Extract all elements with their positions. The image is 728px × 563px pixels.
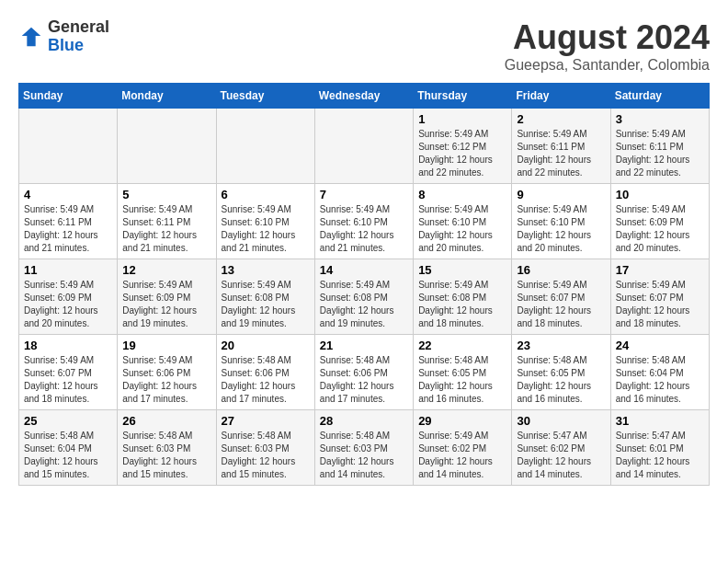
day-info: Sunrise: 5:49 AM Sunset: 6:11 PM Dayligh… [517, 128, 605, 179]
day-info: Sunrise: 5:49 AM Sunset: 6:10 PM Dayligh… [320, 203, 408, 255]
header-day-tuesday: Tuesday [216, 84, 314, 109]
day-number: 1 [418, 112, 506, 126]
day-info: Sunrise: 5:49 AM Sunset: 6:07 PM Dayligh… [517, 279, 605, 330]
month-year: August 2024 [505, 18, 710, 57]
day-number: 14 [320, 263, 408, 277]
calendar-table: SundayMondayTuesdayWednesdayThursdayFrid… [18, 83, 710, 486]
day-cell-1: 1Sunrise: 5:49 AM Sunset: 6:12 PM Daylig… [414, 109, 512, 184]
day-cell-29: 29Sunrise: 5:49 AM Sunset: 6:02 PM Dayli… [414, 410, 512, 486]
day-info: Sunrise: 5:48 AM Sunset: 6:03 PM Dayligh… [222, 430, 310, 481]
day-info: Sunrise: 5:49 AM Sunset: 6:07 PM Dayligh… [616, 279, 704, 330]
day-cell-28: 28Sunrise: 5:48 AM Sunset: 6:03 PM Dayli… [314, 410, 413, 486]
day-cell-6: 6Sunrise: 5:49 AM Sunset: 6:10 PM Daylig… [216, 184, 314, 259]
day-number: 25 [24, 414, 112, 428]
day-info: Sunrise: 5:49 AM Sunset: 6:12 PM Dayligh… [418, 128, 506, 179]
day-cell-24: 24Sunrise: 5:48 AM Sunset: 6:04 PM Dayli… [610, 335, 709, 410]
day-number: 31 [616, 414, 704, 428]
logo: General Blue [18, 18, 109, 55]
day-number: 17 [616, 263, 704, 277]
header-row: SundayMondayTuesdayWednesdayThursdayFrid… [19, 84, 710, 109]
day-cell-27: 27Sunrise: 5:48 AM Sunset: 6:03 PM Dayli… [216, 410, 314, 486]
day-cell-19: 19Sunrise: 5:49 AM Sunset: 6:06 PM Dayli… [118, 335, 216, 410]
day-cell-10: 10Sunrise: 5:49 AM Sunset: 6:09 PM Dayli… [610, 184, 709, 259]
day-cell-7: 7Sunrise: 5:49 AM Sunset: 6:10 PM Daylig… [314, 184, 413, 259]
day-number: 18 [24, 339, 112, 352]
day-cell-17: 17Sunrise: 5:49 AM Sunset: 6:07 PM Dayli… [610, 259, 709, 335]
empty-cell [118, 109, 216, 184]
day-cell-5: 5Sunrise: 5:49 AM Sunset: 6:11 PM Daylig… [118, 184, 216, 259]
day-info: Sunrise: 5:49 AM Sunset: 6:10 PM Dayligh… [418, 203, 506, 255]
day-cell-12: 12Sunrise: 5:49 AM Sunset: 6:09 PM Dayli… [118, 259, 216, 335]
day-info: Sunrise: 5:48 AM Sunset: 6:03 PM Dayligh… [320, 430, 408, 481]
day-cell-30: 30Sunrise: 5:47 AM Sunset: 6:02 PM Dayli… [512, 410, 610, 486]
day-cell-3: 3Sunrise: 5:49 AM Sunset: 6:11 PM Daylig… [610, 109, 709, 184]
day-info: Sunrise: 5:49 AM Sunset: 6:07 PM Dayligh… [24, 354, 112, 406]
location: Gueepsa, Santander, Colombia [505, 57, 710, 74]
day-info: Sunrise: 5:49 AM Sunset: 6:10 PM Dayligh… [517, 203, 605, 255]
header-day-wednesday: Wednesday [314, 84, 413, 109]
header-day-sunday: Sunday [19, 84, 118, 109]
day-info: Sunrise: 5:48 AM Sunset: 6:03 PM Dayligh… [122, 430, 210, 481]
day-number: 12 [122, 263, 210, 277]
week-row-2: 4Sunrise: 5:49 AM Sunset: 6:11 PM Daylig… [19, 184, 710, 259]
day-number: 21 [320, 339, 408, 352]
day-number: 5 [122, 188, 210, 201]
day-cell-9: 9Sunrise: 5:49 AM Sunset: 6:10 PM Daylig… [512, 184, 610, 259]
day-cell-26: 26Sunrise: 5:48 AM Sunset: 6:03 PM Dayli… [118, 410, 216, 486]
day-cell-8: 8Sunrise: 5:49 AM Sunset: 6:10 PM Daylig… [414, 184, 512, 259]
day-info: Sunrise: 5:47 AM Sunset: 6:01 PM Dayligh… [616, 430, 704, 481]
day-number: 2 [517, 112, 605, 126]
day-info: Sunrise: 5:49 AM Sunset: 6:11 PM Dayligh… [24, 203, 112, 255]
day-cell-4: 4Sunrise: 5:49 AM Sunset: 6:11 PM Daylig… [19, 184, 118, 259]
day-cell-2: 2Sunrise: 5:49 AM Sunset: 6:11 PM Daylig… [512, 109, 610, 184]
svg-marker-0 [22, 28, 41, 47]
day-number: 11 [24, 263, 112, 277]
day-info: Sunrise: 5:48 AM Sunset: 6:04 PM Dayligh… [616, 354, 704, 406]
day-number: 15 [418, 263, 506, 277]
day-info: Sunrise: 5:47 AM Sunset: 6:02 PM Dayligh… [517, 430, 605, 481]
week-row-1: 1Sunrise: 5:49 AM Sunset: 6:12 PM Daylig… [19, 109, 710, 184]
logo-blue: Blue [48, 36, 84, 54]
day-number: 10 [616, 188, 704, 201]
day-cell-13: 13Sunrise: 5:49 AM Sunset: 6:08 PM Dayli… [216, 259, 314, 335]
week-row-5: 25Sunrise: 5:48 AM Sunset: 6:04 PM Dayli… [19, 410, 710, 486]
header-day-friday: Friday [512, 84, 610, 109]
day-cell-21: 21Sunrise: 5:48 AM Sunset: 6:06 PM Dayli… [314, 335, 413, 410]
day-info: Sunrise: 5:48 AM Sunset: 6:05 PM Dayligh… [517, 354, 605, 406]
header-day-thursday: Thursday [414, 84, 512, 109]
header-day-monday: Monday [118, 84, 216, 109]
day-cell-31: 31Sunrise: 5:47 AM Sunset: 6:01 PM Dayli… [610, 410, 709, 486]
day-info: Sunrise: 5:49 AM Sunset: 6:10 PM Dayligh… [222, 203, 310, 255]
day-cell-11: 11Sunrise: 5:49 AM Sunset: 6:09 PM Dayli… [19, 259, 118, 335]
day-number: 24 [616, 339, 704, 352]
title-area: August 2024 Gueepsa, Santander, Colombia [505, 18, 710, 74]
day-info: Sunrise: 5:49 AM Sunset: 6:09 PM Dayligh… [616, 203, 704, 255]
day-info: Sunrise: 5:49 AM Sunset: 6:08 PM Dayligh… [222, 279, 310, 330]
day-cell-20: 20Sunrise: 5:48 AM Sunset: 6:06 PM Dayli… [216, 335, 314, 410]
day-number: 22 [418, 339, 506, 352]
day-info: Sunrise: 5:49 AM Sunset: 6:08 PM Dayligh… [418, 279, 506, 330]
day-number: 9 [517, 188, 605, 201]
empty-cell [314, 109, 413, 184]
day-cell-15: 15Sunrise: 5:49 AM Sunset: 6:08 PM Dayli… [414, 259, 512, 335]
day-cell-14: 14Sunrise: 5:49 AM Sunset: 6:08 PM Dayli… [314, 259, 413, 335]
day-info: Sunrise: 5:49 AM Sunset: 6:08 PM Dayligh… [320, 279, 408, 330]
empty-cell [19, 109, 118, 184]
day-info: Sunrise: 5:49 AM Sunset: 6:09 PM Dayligh… [122, 279, 210, 330]
day-info: Sunrise: 5:48 AM Sunset: 6:06 PM Dayligh… [222, 354, 310, 406]
day-number: 27 [222, 414, 310, 428]
empty-cell [216, 109, 314, 184]
day-number: 29 [418, 414, 506, 428]
day-info: Sunrise: 5:48 AM Sunset: 6:06 PM Dayligh… [320, 354, 408, 406]
logo-general: General [48, 17, 109, 36]
day-cell-22: 22Sunrise: 5:48 AM Sunset: 6:05 PM Dayli… [414, 335, 512, 410]
week-row-3: 11Sunrise: 5:49 AM Sunset: 6:09 PM Dayli… [19, 259, 710, 335]
logo-icon [18, 24, 44, 50]
day-number: 26 [122, 414, 210, 428]
day-number: 8 [418, 188, 506, 201]
day-number: 30 [517, 414, 605, 428]
day-info: Sunrise: 5:48 AM Sunset: 6:04 PM Dayligh… [24, 430, 112, 481]
day-number: 16 [517, 263, 605, 277]
day-number: 20 [222, 339, 310, 352]
day-number: 28 [320, 414, 408, 428]
